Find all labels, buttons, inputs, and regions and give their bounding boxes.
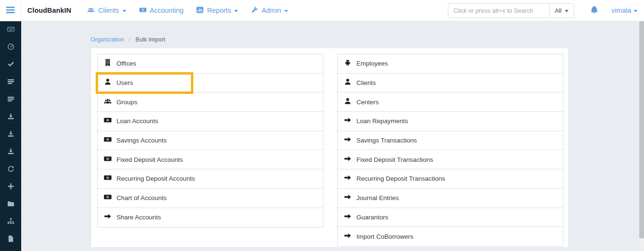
breadcrumb-organization-link[interactable]: Organization (91, 36, 124, 43)
username-label: vimala (611, 7, 631, 14)
user-icon (104, 78, 112, 88)
list-item-journal-entries[interactable]: Journal Entries (338, 189, 563, 208)
user-icon (344, 78, 352, 88)
sidebar-check-button[interactable] (0, 56, 21, 74)
list-icon (7, 95, 15, 104)
list-item-label: Guarantors (356, 214, 388, 221)
list-item-label: Loan Repayments (356, 117, 408, 125)
download-icon (7, 148, 15, 157)
top-navbar: CloudBankIN Clients Accounting Reports A… (0, 0, 644, 21)
user-icon (344, 97, 352, 107)
download-icon (7, 113, 15, 122)
hamburger-menu-button[interactable] (0, 0, 21, 21)
list-item-label: Centers (356, 99, 379, 106)
hamburger-icon (5, 5, 16, 17)
icon-sidebar (0, 21, 21, 251)
list-item-label: Loan Accounts (116, 117, 158, 125)
chart-icon (196, 6, 204, 15)
nav-item-clients[interactable]: Clients (87, 6, 126, 15)
list-item-label: Journal Entries (356, 194, 399, 201)
nav-item-admin[interactable]: Admin (251, 6, 288, 15)
list-item-loan-repayments[interactable]: Loan Repayments (338, 112, 563, 131)
money-icon (104, 135, 112, 145)
money-icon (104, 174, 112, 184)
list-item-recurring-deposit-accounts[interactable]: Recurring Deposit Accounts (98, 169, 323, 189)
list-item-savings-transactions[interactable]: Savings Transactions (338, 131, 563, 151)
bulk-import-card: Offices Users Groups Loan Accounts Savin… (91, 48, 569, 248)
app-logo: CloudBankIN (27, 7, 71, 14)
sidebar-list-alt-button[interactable] (0, 91, 21, 109)
users-icon (104, 97, 112, 107)
wrench-icon (251, 6, 258, 15)
search-input[interactable] (448, 4, 549, 17)
list-item-chart-of-accounts[interactable]: Chart of Accounts (98, 189, 323, 208)
nav-item-reports[interactable]: Reports (196, 6, 238, 15)
list-item-offices[interactable]: Offices (98, 54, 323, 74)
keyboard-icon (7, 25, 15, 34)
sidebar-folder-button[interactable] (0, 196, 21, 213)
notifications-button[interactable] (590, 5, 599, 16)
list-item-share-accounts[interactable]: Share Accounts (98, 208, 323, 227)
list-item-label: Fixed Deposit Accounts (116, 156, 183, 163)
search-filter-dropdown[interactable]: All (549, 4, 574, 17)
caret-down-icon (234, 10, 238, 12)
list-item-fixed-deposit-transactions[interactable]: Fixed Deposit Transactions (338, 150, 563, 169)
sidebar-download-button-3[interactable] (0, 143, 21, 161)
list-item-label: Import CoBorrowers (356, 233, 413, 240)
arrow-right-icon (344, 155, 352, 165)
list-item-import-coborrowers[interactable]: Import CoBorrowers (338, 227, 563, 246)
sidebar-file-button[interactable] (0, 231, 21, 248)
sitemap-icon (7, 218, 15, 226)
gauge-icon (7, 43, 15, 52)
nav-item-accounting[interactable]: Accounting (139, 6, 184, 15)
caret-down-icon (123, 10, 126, 12)
caret-down-icon (565, 10, 569, 12)
list-item-centers[interactable]: Centers (338, 92, 563, 112)
sidebar-plus-button[interactable] (0, 178, 21, 196)
caret-down-icon (284, 10, 288, 12)
list-item-guarantors[interactable]: Guarantors (338, 208, 563, 227)
sidebar-download-button-1[interactable] (0, 109, 21, 126)
list-item-fixed-deposit-accounts[interactable]: Fixed Deposit Accounts (98, 150, 323, 169)
list-item-label: Groups (116, 99, 137, 106)
scrollbar-thumb[interactable] (639, 21, 644, 238)
file-icon (7, 235, 15, 244)
global-search: All (448, 3, 574, 18)
arrow-right-icon (344, 116, 352, 126)
arrow-right-icon (344, 135, 352, 145)
check-icon (7, 60, 15, 69)
breadcrumb: Organization / Bulk Import (91, 36, 644, 43)
sidebar-refresh-button[interactable] (0, 161, 21, 178)
sidebar-gauge-button[interactable] (0, 39, 21, 56)
list-item-label: Clients (356, 79, 376, 86)
refresh-icon (7, 165, 15, 174)
list-item-label: Users (116, 79, 133, 86)
list-item-label: Savings Transactions (356, 137, 417, 144)
sidebar-list-button[interactable] (0, 74, 21, 91)
list-item-label: Savings Accounts (116, 137, 167, 144)
list-item-label: Fixed Deposit Transactions (356, 156, 433, 163)
list-item-users[interactable]: Users (98, 74, 323, 93)
plus-icon (7, 183, 15, 192)
list-item-groups[interactable]: Groups (98, 92, 323, 112)
sidebar-keyboard-button[interactable] (0, 21, 21, 39)
folder-icon (7, 200, 15, 209)
sidebar-download-button-2[interactable] (0, 126, 21, 143)
money-icon (104, 155, 112, 165)
list-item-employees[interactable]: Employees (338, 54, 563, 74)
search-filter-label: All (555, 7, 561, 14)
caret-down-icon (634, 10, 637, 12)
list-item-label: Chart of Accounts (116, 194, 167, 201)
sidebar-home-button[interactable] (0, 248, 21, 251)
vertical-scrollbar[interactable] (639, 21, 644, 251)
list-item-clients[interactable]: Clients (338, 74, 563, 93)
list-item-label: Share Accounts (116, 214, 161, 221)
list-item-savings-accounts[interactable]: Savings Accounts (98, 131, 323, 151)
arrow-right-icon (344, 212, 352, 222)
user-menu-button[interactable]: vimala (611, 7, 637, 14)
list-item-loan-accounts[interactable]: Loan Accounts (98, 112, 323, 131)
sidebar-sitemap-button[interactable] (0, 213, 21, 231)
arrow-right-icon (104, 212, 112, 222)
users-icon (87, 6, 95, 15)
list-item-recurring-deposit-transactions[interactable]: Recurring Deposit Transactions (338, 169, 563, 189)
